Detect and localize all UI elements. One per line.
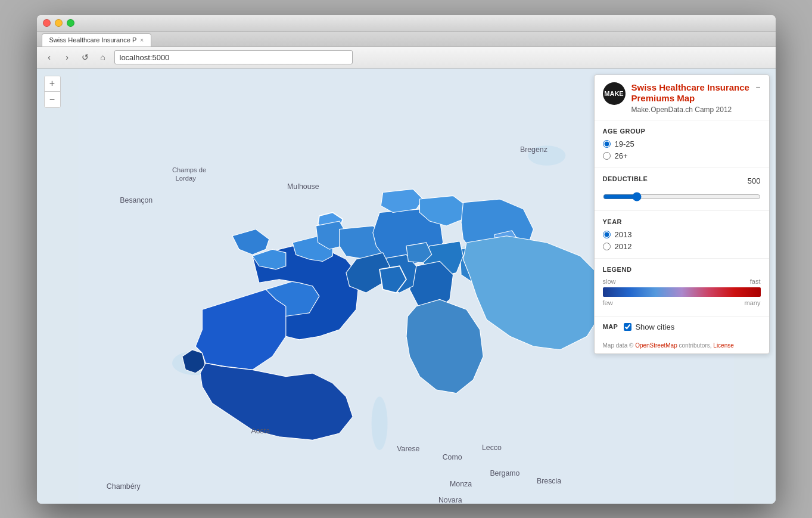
year-section: YEAR 2013 2012	[595, 211, 769, 259]
age-19-25-radio[interactable]	[603, 140, 611, 148]
make-logo: MAKE	[603, 82, 626, 105]
svg-text:Bregenz: Bregenz	[519, 145, 547, 154]
svg-point-5	[371, 396, 387, 450]
browser-tab[interactable]: Swiss Healthcare Insurance P ×	[42, 33, 152, 46]
legend-slow-label: slow	[603, 278, 616, 285]
age-26plus-radio[interactable]	[603, 152, 611, 160]
map-controls-section: MAP Show cities	[595, 317, 769, 337]
svg-text:Como: Como	[442, 452, 462, 461]
year-2013-radio[interactable]	[603, 231, 611, 238]
deductible-slider[interactable]	[603, 192, 761, 201]
deductible-row: DEDUCTIBLE 500	[603, 175, 761, 187]
svg-text:Bergamo: Bergamo	[490, 469, 519, 477]
legend-section: LEGEND slow fast few many	[595, 259, 769, 317]
legend-few-label: few	[603, 299, 613, 306]
map-area: Mulhouse Bregenz Champs de Lorday Besanç…	[37, 69, 776, 504]
age-group-section: AGE GROUP 19-25 26+	[595, 120, 769, 168]
attribution: Map data © OpenStreetMap contributors, L…	[595, 337, 769, 353]
traffic-lights	[43, 19, 74, 27]
svg-text:Novara: Novara	[438, 495, 462, 503]
close-button[interactable]	[43, 19, 51, 27]
panel-subtitle: Make.OpenData.ch Camp 2012	[631, 106, 750, 114]
sidebar-panel: MAKE Swiss Healthcare Insurance Premiums…	[594, 75, 770, 354]
svg-text:Brescia: Brescia	[537, 477, 561, 485]
legend-many-label: many	[745, 299, 761, 306]
age-group-label: AGE GROUP	[603, 128, 761, 135]
age-26plus-label: 26+	[615, 151, 628, 160]
age-19-25-label: 19-25	[615, 139, 634, 148]
contributors-text: contributors,	[677, 342, 714, 349]
legend-fast-label: fast	[750, 278, 761, 285]
zoom-in-button[interactable]: +	[45, 76, 60, 92]
year-2013-option[interactable]: 2013	[603, 230, 761, 239]
legend-slow-fast-row: slow fast	[603, 278, 761, 285]
mac-window: Swiss Healthcare Insurance P × ‹ › ↺ ⌂ l…	[37, 15, 776, 504]
home-button[interactable]: ⌂	[97, 51, 110, 64]
age-19-25-option[interactable]: 19-25	[603, 139, 761, 148]
svg-text:Aosta: Aosta	[251, 427, 270, 435]
svg-text:Monza: Monza	[450, 479, 472, 488]
svg-text:Lorday: Lorday	[175, 174, 196, 181]
tab-label: Swiss Healthcare Insurance P	[49, 36, 137, 44]
attribution-text: Map data ©	[603, 342, 636, 349]
year-2012-label: 2012	[615, 242, 632, 251]
tab-close-button[interactable]: ×	[140, 37, 144, 44]
year-label: YEAR	[603, 218, 761, 225]
nav-bar: ‹ › ↺ ⌂ localhost:5000	[37, 47, 776, 69]
panel-minimize-button[interactable]: −	[755, 82, 760, 92]
svg-text:Lecco: Lecco	[481, 443, 501, 452]
svg-text:Mulhouse: Mulhouse	[287, 182, 319, 191]
show-cities-label: Show cities	[635, 322, 674, 331]
year-2013-label: 2013	[615, 230, 632, 239]
svg-text:Chambéry: Chambéry	[106, 482, 141, 491]
svg-text:Champs de: Champs de	[172, 166, 206, 173]
svg-text:Besançon: Besançon	[120, 196, 153, 204]
year-2012-radio[interactable]	[603, 243, 611, 250]
age-group-radio-group: 19-25 26+	[603, 139, 761, 160]
deductible-value: 500	[748, 176, 761, 185]
license-link[interactable]: License	[713, 342, 733, 349]
zoom-controls: + −	[44, 76, 61, 108]
title-bar	[37, 15, 776, 32]
minimize-button[interactable]	[55, 19, 63, 27]
forward-button[interactable]: ›	[61, 51, 74, 64]
panel-title: Swiss Healthcare Insurance Premiums Map	[631, 82, 750, 104]
address-bar[interactable]: localhost:5000	[114, 50, 353, 64]
legend-gradient-bar	[603, 287, 761, 297]
maximize-button[interactable]	[67, 19, 74, 27]
legend-few-many-row: few many	[603, 299, 761, 306]
show-cities-checkbox[interactable]	[624, 323, 631, 331]
year-radio-group: 2013 2012	[603, 230, 761, 251]
show-cities-checkbox-item[interactable]: Show cities	[624, 322, 674, 331]
deductible-label: DEDUCTIBLE	[603, 175, 648, 182]
back-button[interactable]: ‹	[43, 51, 56, 64]
panel-header: MAKE Swiss Healthcare Insurance Premiums…	[595, 75, 769, 120]
deductible-section: DEDUCTIBLE 500	[595, 168, 769, 211]
legend-label: LEGEND	[603, 266, 761, 273]
reload-button[interactable]: ↺	[79, 51, 92, 64]
age-26plus-option[interactable]: 26+	[603, 151, 761, 160]
map-section-label: MAP	[603, 323, 618, 330]
tab-bar: Swiss Healthcare Insurance P ×	[37, 32, 776, 47]
panel-title-area: Swiss Healthcare Insurance Premiums Map …	[631, 82, 750, 114]
svg-text:Varese: Varese	[397, 445, 419, 453]
url-text: localhost:5000	[120, 53, 170, 62]
osm-link[interactable]: OpenStreetMap	[635, 342, 677, 349]
year-2012-option[interactable]: 2012	[603, 242, 761, 251]
zoom-out-button[interactable]: −	[45, 92, 60, 107]
